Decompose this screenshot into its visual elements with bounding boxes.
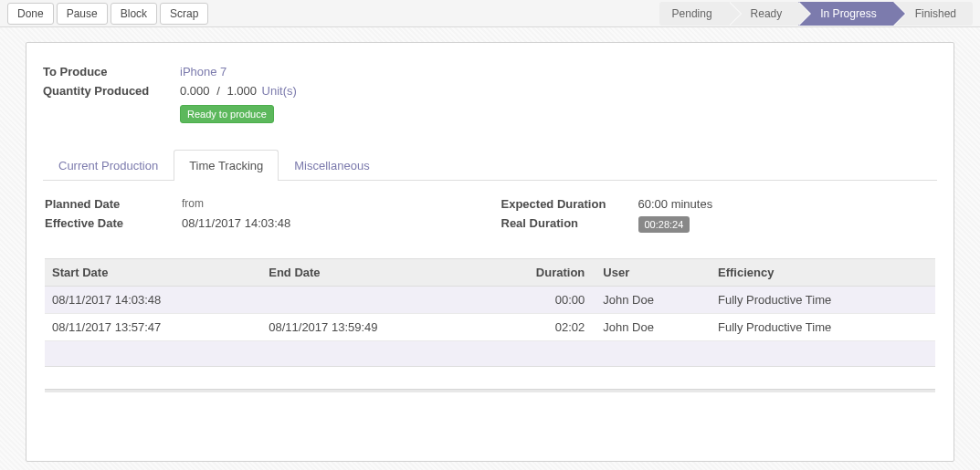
planned-date-from: from [182, 197, 479, 210]
block-button[interactable]: Block [111, 3, 157, 25]
pause-button[interactable]: Pause [57, 3, 108, 25]
table-footer [45, 341, 935, 367]
col-efficiency[interactable]: Efficiency [711, 259, 935, 287]
product-link[interactable]: iPhone 7 [180, 65, 227, 78]
status-steps: PendingReadyIn ProgressFinished [659, 2, 973, 26]
done-button[interactable]: Done [7, 3, 54, 25]
status-step-in-progress[interactable]: In Progress [798, 2, 892, 26]
form-sheet: To Produce iPhone 7 Quantity Produced 0.… [26, 42, 954, 462]
cell-efficiency: Fully Productive Time [711, 287, 935, 314]
effective-date-label: Effective Date [45, 216, 182, 230]
real-duration-chip[interactable]: 00:28:24 [638, 216, 690, 233]
cell-user: John Doe [595, 287, 711, 314]
tabs: Current ProductionTime TrackingMiscellan… [43, 149, 937, 181]
qty-total: 1.000 [227, 84, 257, 98]
qty-slash: / [213, 84, 224, 98]
status-badge: Ready to produce [180, 105, 274, 123]
action-buttons: Done Pause Block Scrap [7, 3, 211, 25]
cell-start: 08/11/2017 13:57:47 [45, 314, 261, 341]
top-bar: Done Pause Block Scrap PendingReadyIn Pr… [0, 0, 980, 27]
cell-end [261, 287, 478, 314]
tab-time-tracking[interactable]: Time Tracking [174, 150, 279, 181]
table-header-row: Start Date End Date Duration User Effici… [45, 259, 935, 287]
tab-miscellaneous[interactable]: Miscellaneous [279, 150, 385, 181]
col-user[interactable]: User [595, 259, 711, 287]
col-start-date[interactable]: Start Date [45, 259, 261, 287]
status-step-pending[interactable]: Pending [659, 2, 729, 26]
unit-link[interactable]: Unit(s) [262, 84, 297, 98]
qty-produced-label: Quantity Produced [43, 84, 180, 98]
table-row[interactable]: 08/11/2017 14:03:4800:00John DoeFully Pr… [45, 287, 935, 314]
separator-bar [45, 389, 935, 392]
tab-current-production[interactable]: Current Production [43, 150, 174, 181]
cell-duration: 02:02 [479, 314, 596, 341]
col-end-date[interactable]: End Date [261, 259, 478, 287]
cell-end: 08/11/2017 13:59:49 [261, 314, 478, 341]
time-tracking-table: Start Date End Date Duration User Effici… [45, 258, 935, 341]
col-duration[interactable]: Duration [479, 259, 596, 287]
table-row[interactable]: 08/11/2017 13:57:4708/11/2017 13:59:4902… [45, 314, 935, 341]
real-duration-label: Real Duration [501, 216, 638, 230]
planned-date-label: Planned Date [45, 197, 182, 211]
effective-date-value: 08/11/2017 14:03:48 [182, 216, 479, 230]
cell-efficiency: Fully Productive Time [711, 314, 935, 341]
tab-time-tracking: Planned Date from Effective Date 08/11/2… [43, 181, 937, 398]
to-produce-label: To Produce [43, 65, 180, 78]
expected-duration-value: 60:00 minutes [638, 197, 936, 211]
cell-user: John Doe [595, 314, 711, 341]
qty-done: 0.000 [180, 84, 210, 98]
cell-duration: 00:00 [479, 287, 596, 314]
cell-start: 08/11/2017 14:03:48 [45, 287, 261, 314]
scrap-button[interactable]: Scrap [160, 3, 208, 25]
expected-duration-label: Expected Duration [501, 197, 638, 211]
